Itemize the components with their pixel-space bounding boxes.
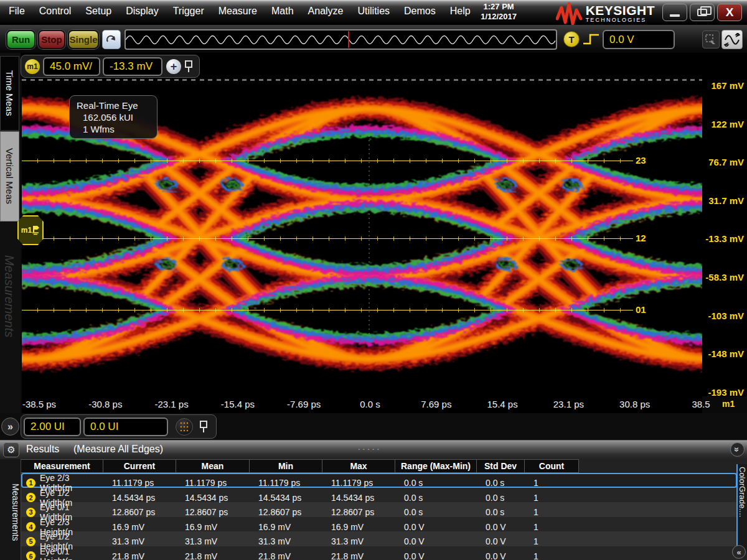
table-row[interactable]: 2Eye 1/2 Width(m 14.5434 ps 14.5434 ps 1… — [21, 488, 737, 503]
cell-count: 1 — [525, 493, 579, 503]
fit-waveform-button[interactable] — [721, 30, 743, 49]
vertical-offset-field[interactable]: -13.3 mV — [103, 57, 162, 76]
eye-marker-line — [22, 238, 633, 239]
cell-count: 1 — [525, 478, 579, 488]
clock-time: 1:27 PM — [481, 2, 517, 12]
cell-mean: 31.3 mV — [176, 536, 250, 546]
results-subtitle: (Measure All Edges) — [73, 444, 163, 455]
cell-stddev: 0.0 s — [477, 493, 525, 503]
ui-scale-field[interactable]: 2.00 UI — [24, 418, 81, 436]
menu-item[interactable]: File — [9, 6, 25, 17]
keysight-spark-icon — [556, 2, 582, 25]
single-button[interactable]: Single — [68, 30, 99, 49]
m1-marker-badge[interactable]: m1 — [17, 215, 44, 245]
measurement-badge: 1 — [26, 478, 35, 488]
cell-min: 21.8 mV — [250, 551, 322, 560]
tab-time-meas[interactable]: Time Meas — [0, 56, 19, 131]
column-header[interactable]: Max — [322, 459, 395, 473]
channel-bar: m1 45.0 mV/ -13.3 mV + — [21, 55, 200, 78]
waveform-preview — [126, 30, 556, 49]
menu-item[interactable]: Help — [450, 6, 471, 17]
realtime-eye-tooltip: Real-Time Eye 162.056 kUI 1 Wfms — [69, 95, 157, 139]
measurement-badge: 3 — [26, 508, 35, 517]
menu-item[interactable]: Demos — [404, 6, 436, 17]
menu-item[interactable]: Control — [39, 6, 72, 17]
channel-m1-badge[interactable]: m1 — [25, 59, 40, 74]
touch-button[interactable] — [102, 30, 121, 49]
table-row[interactable]: 5Eye 1/2 Height(n 31.3 mV 31.3 mV 31.3 m… — [21, 531, 737, 546]
cell-range: 0.0 V — [395, 522, 477, 532]
table-row[interactable]: 6Eye 0/1 Height(n 21.8 mV 21.8 mV 21.8 m… — [21, 546, 737, 560]
menu-item[interactable]: Measure — [218, 6, 257, 17]
menu-bar: FileControlSetupDisplayTriggerMeasureMat… — [9, 6, 471, 17]
top-ruler-ticks — [22, 79, 702, 81]
keysight-logo: KEYSIGHT TECHNOLOGIES — [556, 2, 655, 25]
menu-item[interactable]: Math — [271, 6, 294, 17]
run-button[interactable]: Run — [6, 30, 35, 49]
trigger-edge-icon — [583, 32, 600, 49]
menu-item[interactable]: Trigger — [173, 6, 204, 17]
tab-colorgrade[interactable]: ColorGrade .... — [736, 464, 747, 551]
cell-mean: 14.5434 ps — [176, 493, 250, 503]
x-axis-label: -23.1 ps — [154, 399, 188, 409]
expand-left-chevron-button[interactable]: « — [732, 545, 746, 559]
ui-position-field[interactable]: 0.0 UI — [83, 418, 168, 436]
pin-icon[interactable] — [184, 60, 193, 73]
table-row[interactable]: 1Eye 2/3 Width(m 11.1179 ps 11.1179 ps 1… — [21, 473, 737, 488]
cell-range: 0.0 s — [395, 478, 477, 488]
splitter-handle[interactable]: ..... — [358, 442, 382, 452]
trigger-level-field[interactable]: 0.0 V — [603, 30, 675, 49]
run-control-toolbar: Run Stop Single T 0.0 V — [0, 25, 747, 53]
y-axis-label: -58.3 mV — [705, 272, 744, 283]
expand-chevron-button[interactable]: » — [1, 418, 19, 436]
stop-button[interactable]: Stop — [38, 30, 65, 49]
trigger-badge[interactable]: T — [563, 31, 580, 47]
menu-item[interactable]: Analyze — [308, 6, 344, 17]
column-header[interactable]: Range (Max-Min) — [395, 459, 477, 473]
horizontal-toolbar: » 2.00 UI 0.0 UI — [0, 413, 747, 440]
results-title: Results — [26, 444, 59, 455]
column-header[interactable]: Measurement — [21, 459, 103, 473]
cell-min: 14.5434 ps — [250, 493, 322, 503]
table-row[interactable]: 3Eye 0/1 Width(m 12.8607 ps 12.8607 ps 1… — [21, 502, 737, 517]
cell-min: 31.3 mV — [250, 536, 322, 546]
cell-max: 31.3 mV — [322, 536, 395, 546]
table-row[interactable]: 4Eye 2/3 Height(n 16.9 mV 16.9 mV 16.9 m… — [21, 517, 737, 532]
column-header[interactable]: Mean — [176, 459, 250, 473]
zoom-select-button[interactable] — [702, 30, 720, 49]
measurements-table: MeasurementCurrentMeanMinMaxRange (Max-M… — [21, 459, 737, 560]
vertical-scale-field[interactable]: 45.0 mV/ — [43, 57, 100, 76]
tab-vertical-meas[interactable]: Vertical Meas — [0, 131, 19, 222]
cell-current: 31.3 mV — [103, 536, 176, 546]
collapse-chevron-button[interactable]: » — [730, 442, 745, 457]
clock-date: 1/12/2017 — [481, 12, 517, 22]
gear-icon[interactable]: ⚙ — [3, 442, 19, 457]
minimize-button[interactable] — [662, 4, 687, 21]
column-header[interactable]: Std Dev — [477, 459, 525, 473]
pin-icon[interactable] — [199, 421, 208, 433]
cell-range: 0.0 V — [395, 536, 477, 546]
cell-range: 0.0 s — [395, 493, 477, 503]
cell-current: 21.8 mV — [103, 551, 176, 560]
horizontal-position-strip[interactable] — [125, 29, 557, 50]
restore-button[interactable] — [690, 4, 715, 21]
close-button[interactable]: X — [717, 4, 742, 21]
column-header[interactable]: Count — [525, 459, 579, 473]
menu-item[interactable]: Utilities — [357, 6, 390, 17]
grid-toggle-button[interactable] — [176, 418, 193, 436]
eye-marker-label: 01 — [636, 304, 646, 315]
measurement-badge: 5 — [26, 537, 35, 546]
menu-item[interactable]: Display — [126, 6, 158, 17]
cell-current: 16.9 mV — [103, 522, 176, 532]
column-header[interactable]: Current — [103, 459, 176, 473]
y-axis-label: 31.7 mV — [708, 195, 744, 207]
column-header[interactable]: Min — [250, 459, 322, 473]
cell-stddev: 0.0 s — [477, 478, 525, 488]
measurements-watermark: Measurements — [2, 255, 16, 337]
eye-diagram-display[interactable]: 231201 Real-Time Eye 162.056 kUI 1 Wfms — [22, 79, 702, 396]
menu-item[interactable]: Setup — [85, 6, 111, 17]
eye-marker-label: 12 — [636, 233, 646, 243]
x-axis-label: 7.69 ps — [421, 399, 451, 409]
add-channel-button[interactable]: + — [166, 59, 181, 74]
results-side-label: Measurements — [0, 459, 21, 560]
